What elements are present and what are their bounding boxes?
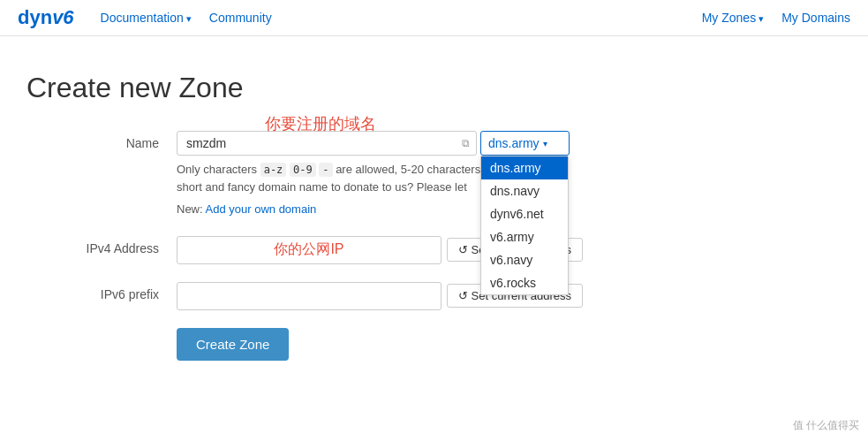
nav-my-zones[interactable]: My Zones <box>702 11 765 25</box>
new-label: New: <box>177 202 203 216</box>
nav-community[interactable]: Community <box>209 11 272 25</box>
name-input[interactable] <box>177 131 477 156</box>
create-zone-button[interactable]: Create Zone <box>177 328 289 361</box>
domain-option-v6-navy[interactable]: v6.navy <box>481 248 568 271</box>
help-text-2: are allowed, 5-20 characters. <box>333 163 484 176</box>
domain-select-wrapper: dns.army ▾ dns.army dns.navy dynv6.net v… <box>480 131 570 156</box>
help-code-az: a-z <box>260 163 287 177</box>
selected-domain-label: dns.army <box>488 136 540 150</box>
ipv6-input[interactable] <box>177 282 442 310</box>
domain-option-dns-navy[interactable]: dns.navy <box>481 179 568 202</box>
help-text-4: short and fancy domain name to donate to… <box>177 180 467 194</box>
help-code-09: 0-9 <box>290 163 316 177</box>
name-label: Name <box>26 131 177 150</box>
name-field-container: ⧉ dns.army ▾ dns.army dns.navy dynv6.net <box>177 131 671 156</box>
name-input-wrapper: ⧉ <box>177 131 477 156</box>
name-row: Name ⧉ dns.army ▾ dns <box>26 131 833 218</box>
add-domain-row: New: Add your own domain <box>177 201 671 218</box>
nav-right: My Zones My Domains <box>702 11 850 25</box>
domain-option-v6-army[interactable]: v6.army <box>481 225 568 248</box>
ipv4-row: IPv4 Address 你的公网IP ↺ Set current addres… <box>26 236 833 264</box>
page-title: Create new Zone <box>26 72 833 104</box>
ipv6-row: IPv6 prefix ↺ Set current address <box>26 282 833 310</box>
form-container: Name ⧉ dns.army ▾ dns <box>26 131 833 361</box>
ipv6-label: IPv6 prefix <box>26 282 177 301</box>
ipv4-input[interactable] <box>177 236 442 264</box>
brand-suffix: v6 <box>52 6 73 28</box>
brand-logo[interactable]: dynv6 <box>18 6 74 29</box>
help-code-dash: - <box>319 163 332 177</box>
domain-option-dns-army[interactable]: dns.army <box>481 156 568 179</box>
help-text-1: Only characters <box>177 163 260 176</box>
add-domain-link[interactable]: Add your own domain <box>206 202 317 216</box>
annotation-domain: 你要注册的域名 <box>265 113 376 134</box>
navbar: dynv6 Documentation Community My Zones M… <box>0 0 868 36</box>
dropdown-arrow-icon: ▾ <box>543 139 547 149</box>
nav-documentation[interactable]: Documentation <box>101 11 192 25</box>
domain-dropdown-menu: dns.army dns.navy dynv6.net v6.army v6.n… <box>480 156 569 295</box>
brand-prefix: dyn <box>18 6 52 28</box>
ipv4-label: IPv4 Address <box>26 236 177 255</box>
nav-my-domains[interactable]: My Domains <box>781 11 850 25</box>
nav-links: Documentation Community <box>101 11 702 25</box>
help-text: Only characters a-z 0-9 - are allowed, 5… <box>177 161 671 195</box>
name-input-group: ⧉ dns.army ▾ dns.army dns.navy dynv6.net <box>177 131 671 218</box>
domain-select-display[interactable]: dns.army ▾ <box>480 131 570 156</box>
create-zone-row: Create Zone <box>26 328 833 361</box>
main-content: Create new Zone 你要注册的域名 Name ⧉ dns.army <box>0 36 868 414</box>
domain-option-v6-rocks[interactable]: v6.rocks <box>481 271 568 294</box>
domain-option-dynv6-net[interactable]: dynv6.net <box>481 202 568 225</box>
